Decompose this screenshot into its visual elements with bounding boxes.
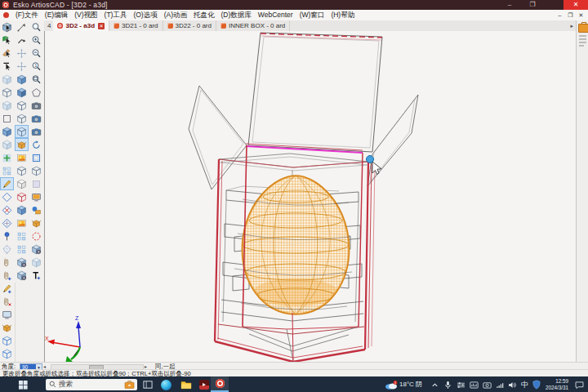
reference-plane-tool[interactable] (0, 112, 14, 125)
export-settings-tool[interactable] (29, 243, 43, 256)
render-scene-tool[interactable] (15, 151, 29, 164)
document-tab-3d2[interactable]: 3D2 - a3d✕ (53, 20, 109, 31)
briefcase-panel-icon[interactable] (578, 24, 588, 33)
curve-subdivide-tool[interactable] (0, 216, 14, 229)
ghost-part-tool[interactable] (0, 73, 14, 86)
menu-item-edit[interactable]: (E)编辑 (42, 10, 71, 20)
tab-close-button[interactable]: ✕ (98, 23, 105, 29)
select-material-tool[interactable] (0, 47, 14, 60)
select-area-tool[interactable] (29, 151, 43, 164)
document-tab-3d21[interactable]: 3D21 - 0 ard (109, 20, 163, 31)
search-highlight-briefcase-icon[interactable] (124, 380, 135, 389)
mdi-close-button[interactable]: ✕ (576, 11, 586, 20)
select-annotation-tool[interactable] (0, 60, 14, 73)
select-graphic-tool[interactable] (0, 33, 14, 47)
rotate-view-tool[interactable] (29, 138, 43, 151)
add-part-tool[interactable] (0, 125, 14, 138)
highlight-edges-tool[interactable] (15, 190, 29, 203)
base-plane-tool[interactable] (15, 203, 29, 216)
zoom-out-tool[interactable] (29, 47, 43, 60)
wireframe-part-tool[interactable] (0, 347, 14, 360)
right-flap[interactable] (368, 95, 418, 186)
tray-volume-icon[interactable] (507, 381, 517, 389)
mdi-minimize-button[interactable]: – (555, 11, 565, 20)
weather-widget[interactable]: 1 (384, 380, 398, 390)
menu-item-options[interactable]: (O)选项 (130, 10, 160, 20)
import-part-tool[interactable] (29, 256, 43, 269)
docked-panel-strip[interactable] (576, 20, 588, 362)
snapshot-tool[interactable] (29, 99, 43, 112)
white-model-tool[interactable] (15, 177, 29, 190)
menu-item-window[interactable]: (W)窗口 (296, 10, 328, 20)
camera-output-tool[interactable] (29, 125, 43, 138)
hidden-line-tool[interactable] (15, 112, 29, 125)
pin-tool[interactable] (0, 229, 14, 243)
zoom-in-tool[interactable] (29, 33, 43, 47)
parts-settings-tool[interactable] (15, 256, 29, 269)
measure-tool[interactable] (15, 20, 29, 33)
attach-tool[interactable] (0, 256, 14, 269)
egg-mesh-object[interactable] (242, 176, 349, 314)
move-y-tool[interactable] (15, 60, 29, 73)
tray-microphone-icon[interactable] (443, 380, 452, 390)
maximize-button[interactable]: ❐ (523, 0, 542, 10)
mark-tool[interactable] (0, 282, 14, 295)
tray-mixer-icon[interactable] (456, 381, 466, 389)
zoom-tool[interactable] (29, 20, 43, 33)
fold-view-tool[interactable] (15, 125, 29, 138)
close-button[interactable]: ✕ (564, 0, 588, 10)
document-tab-innerbox[interactable]: INNER BOX - 0 ard (216, 20, 290, 31)
move-part-tool[interactable] (0, 86, 14, 99)
solid-render-tool[interactable] (15, 86, 29, 99)
document-tab-3d22[interactable]: 3D22 - 0 ard (163, 20, 216, 31)
part-visibility-tool[interactable] (0, 138, 14, 151)
pan-tool[interactable] (29, 86, 43, 99)
weather-text[interactable]: 18°C 阴 (399, 380, 422, 389)
zoom-1-1-tool[interactable]: 1 (29, 60, 43, 73)
menu-item-animation[interactable]: (A)动画 (161, 10, 190, 20)
3d-viewport[interactable]: X Z (44, 31, 577, 362)
screen-layout-tool[interactable] (0, 308, 14, 321)
menu-item-palletization[interactable]: 托盘化 (190, 10, 218, 20)
fold-carton-tool[interactable] (15, 138, 29, 151)
lighting-tool[interactable] (29, 177, 43, 190)
media-player-button[interactable] (198, 379, 210, 390)
edge-browser-button[interactable] (160, 379, 172, 390)
lid-flap[interactable] (248, 33, 382, 152)
remove-bend-tool[interactable] (0, 203, 14, 216)
wireframe-render-tool[interactable] (15, 99, 29, 112)
minimize-button[interactable]: – (500, 0, 519, 10)
action-center-button[interactable] (573, 381, 585, 390)
taskbar-search-box[interactable]: 搜索 (46, 379, 137, 390)
tray-media-icon[interactable] (469, 381, 479, 389)
task-view-button[interactable] (142, 380, 154, 390)
vrml-export-tool[interactable] (29, 203, 43, 216)
menu-item-help[interactable]: (H)帮助 (327, 10, 358, 20)
zoom-fit-tool[interactable] (29, 73, 43, 86)
grid-tool[interactable] (0, 164, 14, 177)
bend-tool[interactable] (0, 190, 14, 203)
move-x-tool[interactable] (15, 47, 29, 60)
text-3d-tool[interactable] (29, 269, 43, 282)
menu-item-tools[interactable]: (T)工具 (101, 10, 131, 20)
fold-line-tool[interactable] (0, 177, 14, 190)
tray-camera-icon[interactable] (482, 381, 492, 389)
taskbar-clock[interactable]: 12:59 2024/3/31 (532, 378, 568, 390)
iso-view-tool[interactable] (29, 164, 43, 177)
align-parts-tool[interactable] (15, 229, 29, 243)
distribute-parts-tool[interactable] (15, 243, 29, 256)
direction-tool[interactable] (15, 33, 29, 47)
view-cube-tool[interactable] (15, 73, 29, 86)
camera-view-tool[interactable] (29, 112, 43, 125)
update-design-tool[interactable] (15, 269, 29, 282)
artioscad-taskbar-button[interactable] (211, 376, 229, 392)
menu-item-file[interactable]: (F)文件 (12, 10, 42, 20)
tab-scroll-arrow-icon[interactable]: ▸ (568, 20, 576, 31)
carton-output-tool[interactable] (29, 216, 43, 229)
file-explorer-button[interactable] (180, 379, 192, 390)
wireframe-group-tool[interactable] (0, 334, 14, 347)
sheet-tool[interactable] (0, 243, 14, 256)
preview-output-tool[interactable] (29, 190, 43, 203)
detach-tool[interactable] (0, 295, 14, 308)
menu-item-database[interactable]: (D)数据库 (218, 10, 255, 20)
